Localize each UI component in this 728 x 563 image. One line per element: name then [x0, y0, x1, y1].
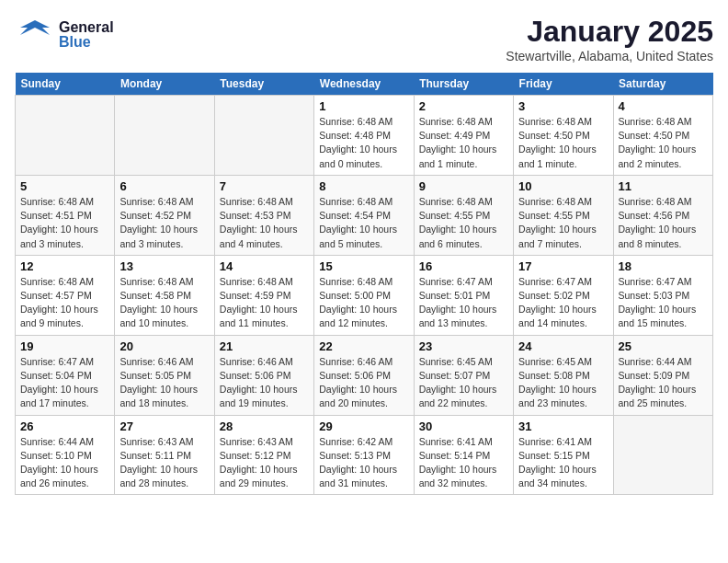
day-info: Sunrise: 6:48 AM Sunset: 4:54 PM Dayligh…: [319, 195, 408, 251]
day-info: Sunrise: 6:48 AM Sunset: 4:53 PM Dayligh…: [220, 195, 309, 251]
calendar-cell: 25Sunrise: 6:44 AM Sunset: 5:09 PM Dayli…: [613, 335, 712, 415]
calendar-cell: 15Sunrise: 6:48 AM Sunset: 5:00 PM Dayli…: [314, 255, 414, 335]
logo: General Blue: [15, 15, 114, 55]
day-info: Sunrise: 6:48 AM Sunset: 4:48 PM Dayligh…: [319, 115, 408, 171]
day-header-saturday: Saturday: [613, 73, 712, 96]
calendar-week-row: 5Sunrise: 6:48 AM Sunset: 4:51 PM Daylig…: [16, 175, 713, 255]
calendar-cell: 5Sunrise: 6:48 AM Sunset: 4:51 PM Daylig…: [16, 175, 115, 255]
logo-text: General Blue: [59, 20, 114, 50]
day-number: 29: [319, 419, 408, 433]
calendar-cell: 8Sunrise: 6:48 AM Sunset: 4:54 PM Daylig…: [314, 175, 414, 255]
day-number: 28: [220, 419, 309, 433]
day-header-sunday: Sunday: [16, 73, 115, 96]
calendar-cell: 26Sunrise: 6:44 AM Sunset: 5:10 PM Dayli…: [16, 415, 115, 495]
calendar-cell: 22Sunrise: 6:46 AM Sunset: 5:06 PM Dayli…: [314, 335, 414, 415]
calendar-cell: 2Sunrise: 6:48 AM Sunset: 4:49 PM Daylig…: [414, 96, 513, 176]
calendar-cell: 19Sunrise: 6:47 AM Sunset: 5:04 PM Dayli…: [16, 335, 115, 415]
day-info: Sunrise: 6:44 AM Sunset: 5:09 PM Dayligh…: [619, 355, 708, 411]
day-number: 6: [119, 179, 209, 193]
day-number: 7: [220, 179, 309, 193]
day-number: 5: [20, 179, 109, 193]
page-header: General Blue January 2025 Stewartville, …: [15, 15, 713, 63]
day-number: 19: [20, 339, 109, 353]
calendar-cell: 18Sunrise: 6:47 AM Sunset: 5:03 PM Dayli…: [613, 255, 712, 335]
day-number: 25: [619, 339, 708, 353]
day-info: Sunrise: 6:48 AM Sunset: 4:55 PM Dayligh…: [518, 195, 608, 251]
day-info: Sunrise: 6:43 AM Sunset: 5:11 PM Dayligh…: [119, 435, 209, 491]
day-info: Sunrise: 6:47 AM Sunset: 5:02 PM Dayligh…: [518, 275, 608, 331]
day-header-thursday: Thursday: [414, 73, 513, 96]
day-info: Sunrise: 6:46 AM Sunset: 5:05 PM Dayligh…: [119, 355, 209, 411]
calendar-cell: 16Sunrise: 6:47 AM Sunset: 5:01 PM Dayli…: [414, 255, 513, 335]
day-info: Sunrise: 6:46 AM Sunset: 5:06 PM Dayligh…: [319, 355, 408, 411]
day-number: 3: [518, 99, 608, 113]
day-info: Sunrise: 6:43 AM Sunset: 5:12 PM Dayligh…: [220, 435, 309, 491]
day-info: Sunrise: 6:48 AM Sunset: 4:56 PM Dayligh…: [619, 195, 708, 251]
day-info: Sunrise: 6:42 AM Sunset: 5:13 PM Dayligh…: [319, 435, 408, 491]
day-info: Sunrise: 6:46 AM Sunset: 5:06 PM Dayligh…: [220, 355, 309, 411]
calendar-title-block: January 2025 Stewartville, Alabama, Unit…: [506, 15, 713, 63]
calendar-cell: 1Sunrise: 6:48 AM Sunset: 4:48 PM Daylig…: [314, 96, 414, 176]
calendar-cell: 11Sunrise: 6:48 AM Sunset: 4:56 PM Dayli…: [613, 175, 712, 255]
calendar-cell: 10Sunrise: 6:48 AM Sunset: 4:55 PM Dayli…: [514, 175, 613, 255]
day-info: Sunrise: 6:48 AM Sunset: 4:58 PM Dayligh…: [119, 275, 209, 331]
day-header-wednesday: Wednesday: [314, 73, 414, 96]
day-number: 27: [119, 419, 209, 433]
day-info: Sunrise: 6:48 AM Sunset: 4:59 PM Dayligh…: [220, 275, 309, 331]
calendar-cell: [115, 96, 214, 176]
calendar-cell: 4Sunrise: 6:48 AM Sunset: 4:50 PM Daylig…: [613, 96, 712, 176]
calendar-cell: 7Sunrise: 6:48 AM Sunset: 4:53 PM Daylig…: [214, 175, 313, 255]
day-number: 4: [619, 99, 708, 113]
calendar-header-row: SundayMondayTuesdayWednesdayThursdayFrid…: [16, 73, 713, 96]
day-number: 2: [419, 99, 508, 113]
day-number: 11: [619, 179, 708, 193]
day-number: 1: [319, 99, 408, 113]
calendar-cell: 24Sunrise: 6:45 AM Sunset: 5:08 PM Dayli…: [514, 335, 613, 415]
day-number: 18: [619, 259, 708, 273]
day-number: 12: [20, 259, 109, 273]
day-info: Sunrise: 6:48 AM Sunset: 4:50 PM Dayligh…: [518, 115, 608, 171]
day-number: 24: [518, 339, 608, 353]
calendar-cell: 27Sunrise: 6:43 AM Sunset: 5:11 PM Dayli…: [115, 415, 214, 495]
day-info: Sunrise: 6:44 AM Sunset: 5:10 PM Dayligh…: [20, 435, 109, 491]
day-number: 14: [220, 259, 309, 273]
day-header-tuesday: Tuesday: [214, 73, 313, 96]
calendar-cell: 20Sunrise: 6:46 AM Sunset: 5:05 PM Dayli…: [115, 335, 214, 415]
svg-marker-0: [20, 20, 50, 35]
logo-bird-icon: [15, 15, 55, 55]
day-info: Sunrise: 6:48 AM Sunset: 4:51 PM Dayligh…: [20, 195, 109, 251]
day-number: 22: [319, 339, 408, 353]
day-header-friday: Friday: [514, 73, 613, 96]
calendar-cell: 28Sunrise: 6:43 AM Sunset: 5:12 PM Dayli…: [214, 415, 313, 495]
day-number: 26: [20, 419, 109, 433]
day-info: Sunrise: 6:48 AM Sunset: 4:49 PM Dayligh…: [419, 115, 508, 171]
day-number: 10: [518, 179, 608, 193]
calendar-cell: [214, 96, 313, 176]
calendar-cell: 6Sunrise: 6:48 AM Sunset: 4:52 PM Daylig…: [115, 175, 214, 255]
calendar-cell: 31Sunrise: 6:41 AM Sunset: 5:15 PM Dayli…: [514, 415, 613, 495]
calendar-cell: 12Sunrise: 6:48 AM Sunset: 4:57 PM Dayli…: [16, 255, 115, 335]
calendar-cell: 23Sunrise: 6:45 AM Sunset: 5:07 PM Dayli…: [414, 335, 513, 415]
calendar-cell: [16, 96, 115, 176]
calendar-cell: 17Sunrise: 6:47 AM Sunset: 5:02 PM Dayli…: [514, 255, 613, 335]
calendar-subtitle: Stewartville, Alabama, United States: [506, 49, 713, 63]
day-info: Sunrise: 6:47 AM Sunset: 5:01 PM Dayligh…: [419, 275, 508, 331]
calendar-cell: 3Sunrise: 6:48 AM Sunset: 4:50 PM Daylig…: [514, 96, 613, 176]
calendar-week-row: 19Sunrise: 6:47 AM Sunset: 5:04 PM Dayli…: [16, 335, 713, 415]
calendar-cell: [613, 415, 712, 495]
day-info: Sunrise: 6:48 AM Sunset: 5:00 PM Dayligh…: [319, 275, 408, 331]
day-header-monday: Monday: [115, 73, 214, 96]
day-number: 16: [419, 259, 508, 273]
day-number: 8: [319, 179, 408, 193]
day-number: 23: [419, 339, 508, 353]
day-number: 31: [518, 419, 608, 433]
day-info: Sunrise: 6:45 AM Sunset: 5:08 PM Dayligh…: [518, 355, 608, 411]
day-info: Sunrise: 6:48 AM Sunset: 4:57 PM Dayligh…: [20, 275, 109, 331]
calendar-cell: 13Sunrise: 6:48 AM Sunset: 4:58 PM Dayli…: [115, 255, 214, 335]
calendar-table: SundayMondayTuesdayWednesdayThursdayFrid…: [15, 73, 713, 495]
calendar-cell: 21Sunrise: 6:46 AM Sunset: 5:06 PM Dayli…: [214, 335, 313, 415]
calendar-week-row: 26Sunrise: 6:44 AM Sunset: 5:10 PM Dayli…: [16, 415, 713, 495]
day-info: Sunrise: 6:41 AM Sunset: 5:14 PM Dayligh…: [419, 435, 508, 491]
calendar-cell: 29Sunrise: 6:42 AM Sunset: 5:13 PM Dayli…: [314, 415, 414, 495]
day-number: 15: [319, 259, 408, 273]
